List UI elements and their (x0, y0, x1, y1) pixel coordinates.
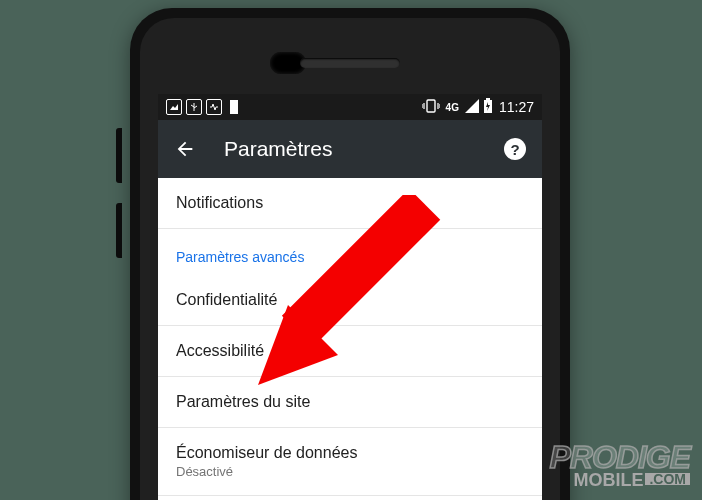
row-label: Accessibilité (176, 342, 264, 359)
row-about-chrome[interactable]: À propos de Chrome (158, 496, 542, 500)
section-advanced: Paramètres avancés (158, 229, 542, 275)
row-label: Notifications (176, 194, 263, 211)
svg-rect-5 (486, 98, 490, 100)
app-bar: Paramètres ? (158, 120, 542, 178)
status-bar: 4G 11:27 (158, 94, 542, 120)
watermark-line2: MOBILE (573, 470, 643, 490)
row-label: Confidentialité (176, 291, 277, 308)
svg-rect-2 (427, 100, 435, 112)
watermark: PRODIGE MOBILE.COM (549, 443, 690, 488)
phone-frame: 4G 11:27 Paramètres ? Notifications (130, 8, 570, 500)
page-title: Paramètres (224, 137, 476, 161)
svg-marker-3 (465, 99, 479, 113)
usb-icon (186, 99, 202, 115)
row-data-saver[interactable]: Économiseur de données Désactivé (158, 428, 542, 496)
row-accessibilite[interactable]: Accessibilité (158, 326, 542, 377)
watermark-line3: .COM (645, 473, 690, 486)
signal-icon (465, 99, 479, 116)
image-icon (166, 99, 182, 115)
network-4g-label: 4G (446, 102, 459, 113)
volume-down-button (116, 203, 122, 258)
status-time: 11:27 (499, 99, 534, 115)
row-notifications[interactable]: Notifications (158, 178, 542, 229)
watermark-line1: PRODIGE (549, 443, 690, 472)
row-sublabel: Désactivé (176, 464, 524, 479)
back-button[interactable] (174, 138, 196, 160)
svg-marker-1 (170, 104, 178, 110)
volume-up-button (116, 128, 122, 183)
sd-icon (226, 99, 242, 115)
settings-list: Notifications Paramètres avancés Confide… (158, 178, 542, 500)
screen: 4G 11:27 Paramètres ? Notifications (158, 94, 542, 500)
row-site-settings[interactable]: Paramètres du site (158, 377, 542, 428)
row-label: Économiseur de données (176, 444, 524, 462)
battery-icon (483, 98, 493, 117)
row-confidentialite[interactable]: Confidentialité (158, 275, 542, 326)
row-label: Paramètres du site (176, 393, 310, 410)
activity-icon (206, 99, 222, 115)
vibrate-icon (422, 99, 440, 116)
help-button[interactable]: ? (504, 138, 526, 160)
earpiece (300, 58, 400, 68)
